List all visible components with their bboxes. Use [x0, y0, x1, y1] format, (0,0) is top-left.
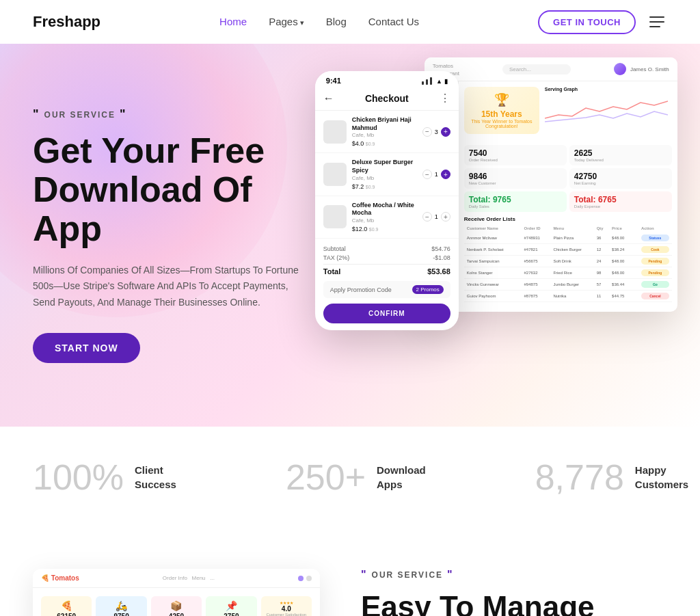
status-badge: Statuss	[641, 235, 669, 241]
qty-increase-1[interactable]: +	[441, 127, 450, 137]
start-now-button[interactable]: START NOW	[33, 333, 140, 363]
stat-card-daily-expense: Total: 6765 Daily Expense	[569, 191, 672, 212]
delivery-icon: 🛵	[100, 600, 142, 611]
item-qty-1: − 3 +	[422, 127, 450, 137]
user-area: James O. Smith	[614, 63, 669, 75]
table-row: Vincks Gunnwear #94875 Jumbo Burger 57 $…	[464, 279, 672, 291]
status-badge: Go	[641, 281, 669, 288]
qty-increase-3[interactable]: +	[441, 212, 450, 222]
item-price-3: $12.0 $0.9	[352, 226, 417, 232]
metric-pending: 📦 4250 Pending Orders	[151, 596, 202, 616]
dashboard-header: Tomatos Restaurant Search... James O. Sm…	[425, 57, 677, 81]
metric-hold: 📌 2750 Orders Hold	[206, 596, 256, 616]
qty-decrease-3[interactable]: −	[422, 212, 432, 222]
quote-open: "	[33, 107, 40, 122]
hero-mockups: 9:41 ▲ ▮ ← Checkout ⋮ Chicken Briyani Ha…	[315, 51, 700, 427]
dashboard-top-area: 🏆 15th Years This Year Winner to Tomatos…	[464, 87, 672, 139]
quote-open-2: "	[361, 569, 368, 581]
brand-logo: Freshapp	[33, 13, 100, 31]
nav-links: Home Pages Blog Contact Us	[219, 16, 419, 28]
status-badge: Cook	[641, 246, 669, 253]
stat-card-daily-sales: Total: 9765 Daily Sales	[464, 191, 567, 212]
table-row: Kolnx Stanger #27632 Fried Rice 98 $48.0…	[464, 267, 672, 279]
nav-home[interactable]: Home	[219, 16, 247, 27]
user-avatar	[614, 63, 626, 75]
promo-row[interactable]: Apply Promotion Code 2 Promos	[323, 281, 450, 298]
second-section: 🍕 Tomatos Order Info Menu ... 🍕 62150 To…	[0, 528, 700, 616]
hamburger-menu[interactable]	[647, 14, 667, 30]
stat-label-2: Download Apps	[377, 463, 426, 492]
stars-icon: ★★★★	[265, 600, 308, 605]
stats-grid: 7540 Order Received 2625 Today Delivered…	[464, 145, 672, 212]
get-in-touch-button[interactable]: GET IN TOUCH	[538, 10, 636, 34]
hero-section: " OUR SERVICE " Get Your Free Download O…	[0, 44, 700, 427]
phone-time: 9:41	[326, 77, 341, 85]
nav-contact[interactable]: Contact Us	[368, 16, 419, 27]
service-tag: " OUR SERVICE "	[33, 107, 306, 122]
item-image-2	[323, 163, 347, 186]
checkout-footer: Subtotal $54.76 TAX (2%) -$1.08 Total $5…	[315, 239, 459, 330]
signal-bar-2	[426, 79, 428, 85]
stats-bar: 100% Client Success 250+ Download Apps 8…	[0, 427, 700, 528]
hold-icon: 📌	[210, 600, 252, 611]
award-subtitle: This Year Winner to Tomatos Congratulati…	[470, 119, 534, 129]
hero-title: Get Your Free Download Of App	[33, 131, 306, 249]
confirm-button[interactable]: CONFIRM	[323, 304, 450, 323]
back-button[interactable]: ←	[323, 92, 334, 105]
hero-description: Millions Of Companies Of All Sizes—From …	[33, 263, 306, 311]
tax-row: TAX (2%) -$1.08	[323, 254, 450, 261]
award-card: 🏆 15th Years This Year Winner to Tomatos…	[464, 87, 539, 134]
status-badge: Pending	[641, 258, 669, 265]
header-dots	[298, 576, 312, 581]
stat-card-3: 9846 New Customer	[464, 168, 567, 189]
nav-right: GET IN TOUCH	[538, 10, 667, 34]
item-qty-2: − 1 +	[422, 170, 450, 179]
service-tag-2: " OUR SERVICE "	[361, 569, 667, 581]
qty-increase-2[interactable]: +	[441, 170, 450, 179]
hamburger-line-2	[649, 21, 664, 23]
status-badge: Pending	[641, 269, 669, 276]
graph-title: Serving Graph	[545, 87, 672, 92]
quote-close-2: "	[447, 569, 454, 581]
metric-total-orders: 🍕 62150 Total Orders	[41, 596, 92, 616]
wifi-icon: ▲	[436, 78, 442, 85]
stat-item-1: 100% Client Success	[33, 459, 176, 495]
stat-item-2: 250+ Download Apps	[286, 459, 426, 495]
navbar: Freshapp Home Pages Blog Contact Us GET …	[0, 0, 700, 44]
item-qty-3: − 1 +	[422, 212, 450, 222]
phone-header: ← Checkout ⋮	[315, 88, 459, 111]
dashboard-search[interactable]: Search...	[502, 64, 571, 75]
orders-table: Receive Order Lists Customer Name Order …	[464, 216, 672, 302]
total-row: Total $53.68	[323, 264, 450, 276]
checkout-item-3: Coffee Mocha / White Mocha Cafe, Mb $12.…	[315, 196, 459, 239]
stat-num-3: 8,778	[535, 459, 624, 495]
table-row: Tarvai Sampuican #56675 Soft Drink 24 $4…	[464, 256, 672, 267]
dot-purple	[298, 576, 304, 581]
hamburger-line-3	[649, 26, 660, 27]
dashboard-main: 🏆 15th Years This Year Winner to Tomatos…	[459, 81, 677, 312]
checkout-title: Checkout	[365, 93, 409, 104]
stat-num-1: 100%	[33, 459, 124, 495]
phone-mockup: 9:41 ▲ ▮ ← Checkout ⋮ Chicken Briyani Ha…	[315, 71, 459, 330]
item-price-2: $7.2 $0.9	[352, 183, 417, 190]
second-mockup: 🍕 Tomatos Order Info Menu ... 🍕 62150 To…	[33, 569, 320, 616]
signal-bar-3	[430, 77, 432, 85]
battery-icon: ▮	[444, 78, 448, 85]
phone-status-bar: 9:41 ▲ ▮	[315, 71, 459, 88]
stat-card-1: 7540 Order Received	[464, 145, 567, 165]
trophy-icon: 🏆	[494, 92, 509, 107]
serving-graph-svg	[545, 94, 668, 125]
user-name: James O. Smith	[630, 66, 669, 72]
qty-decrease-2[interactable]: −	[422, 170, 432, 179]
hero-content: " OUR SERVICE " Get Your Free Download O…	[0, 66, 339, 404]
nav-blog[interactable]: Blog	[326, 16, 347, 27]
qty-decrease-1[interactable]: −	[422, 127, 432, 137]
stat-num-2: 250+	[286, 459, 366, 495]
more-options[interactable]: ⋮	[440, 92, 450, 105]
subtotal-row: Subtotal $54.76	[323, 245, 450, 252]
nav-pages[interactable]: Pages	[269, 16, 304, 27]
status-badge: Cancel	[641, 293, 669, 299]
stat-label-3: Happy Customers	[635, 463, 688, 492]
item-info-1: Chicken Briyani Haji Mahmud Cafe, Mb $4.…	[352, 116, 417, 147]
dot-gray	[306, 576, 312, 581]
